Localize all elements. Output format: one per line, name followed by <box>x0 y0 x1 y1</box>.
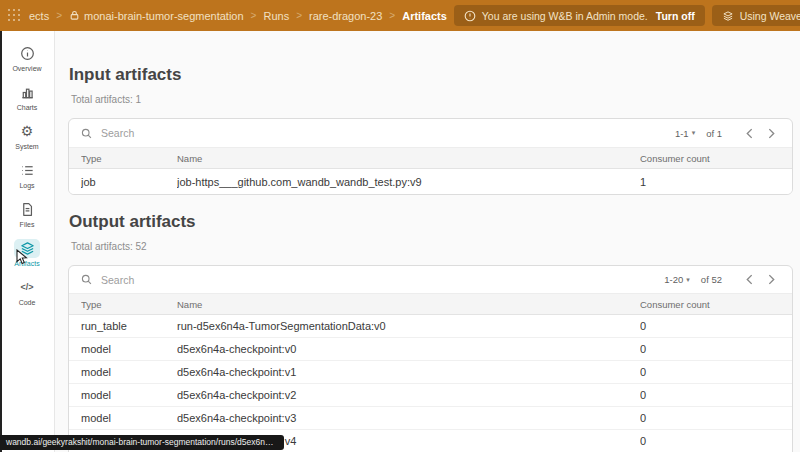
cell-type: model <box>81 389 177 401</box>
sidebar-item-label: Charts <box>17 104 38 111</box>
table-row[interactable]: modeld5ex6n4a-checkpoint:v10 <box>69 361 792 384</box>
column-header-consumer-count[interactable]: Consumer count <box>640 153 792 164</box>
cell-type: model <box>81 366 177 378</box>
breadcrumb-run-name[interactable]: rare-dragon-23 <box>309 10 382 22</box>
cell-consumer-count: 0 <box>640 366 792 378</box>
search-icon <box>81 274 92 285</box>
page-range-dropdown[interactable]: 1-1 ▾ <box>675 128 695 139</box>
list-icon <box>14 161 40 180</box>
cell-name: run-d5ex6n4a-TumorSegmentationData:v0 <box>177 320 640 332</box>
cell-name: d5ex6n4a-checkpoint:v0 <box>177 343 640 355</box>
sidebar-item-files[interactable]: Files <box>3 194 51 233</box>
document-icon <box>14 200 40 219</box>
artifacts-layers-icon <box>14 239 40 258</box>
window-left-edge <box>0 31 2 452</box>
input-artifacts-title: Input artifacts <box>69 64 793 85</box>
breadcrumb: ects > monai-brain-tumor-segmentation > … <box>29 10 447 22</box>
input-table-toolbar: 1-1 ▾ of 1 <box>69 119 792 148</box>
link-preview-statusbar: wandb.ai/geekyrakshit/monai-brain-tumor-… <box>0 435 284 450</box>
cell-consumer-count: 0 <box>640 320 792 332</box>
cell-consumer-count: 1 <box>640 176 792 188</box>
output-table-header: Type Name Consumer count <box>69 294 792 315</box>
cell-name: d5ex6n4a-checkpoint:v1 <box>177 366 640 378</box>
page-total: of 1 <box>706 128 722 139</box>
table-row[interactable]: modeld5ex6n4a-checkpoint:v00 <box>69 338 792 361</box>
admin-mode-banner[interactable]: You are using W&B in Admin mode. Turn of… <box>454 5 705 26</box>
breadcrumb-separator: > <box>389 10 395 21</box>
input-artifacts-total: Total artifacts: 1 <box>71 94 793 105</box>
sidebar-item-label: System <box>15 143 38 150</box>
table-row[interactable]: modeld5ex6n4a-checkpoint:v30 <box>69 407 792 430</box>
prev-page-button[interactable] <box>740 271 758 289</box>
input-artifacts-table-card: 1-1 ▾ of 1 Type Name Consumer count j <box>68 118 793 195</box>
output-table-pagination: 1-20 ▾ of 52 <box>664 271 780 289</box>
breadcrumb-project-label: monai-brain-tumor-segmentation <box>84 10 244 22</box>
output-table-toolbar: 1-20 ▾ of 52 <box>69 266 792 294</box>
output-artifacts-table-card: 1-20 ▾ of 52 Type Name Consumer count <box>68 265 793 452</box>
cell-consumer-count: 0 <box>640 435 792 447</box>
column-header-name[interactable]: Name <box>177 153 640 164</box>
next-page-button[interactable] <box>762 124 780 142</box>
bar-chart-icon <box>14 83 40 102</box>
prev-page-button[interactable] <box>740 124 758 142</box>
sidebar-item-system[interactable]: ⚙ System <box>3 116 51 155</box>
weave-layers-icon <box>722 10 734 22</box>
breadcrumb-project[interactable]: monai-brain-tumor-segmentation <box>69 10 244 22</box>
column-header-consumer-count[interactable]: Consumer count <box>640 299 792 310</box>
cell-consumer-count: 0 <box>640 412 792 424</box>
sidebar-item-label: Artifacts <box>14 260 39 267</box>
breadcrumb-separator: > <box>296 10 302 21</box>
sidebar-item-logs[interactable]: Logs <box>3 155 51 194</box>
input-table-body: jobjob-https___github.com_wandb_wandb_te… <box>69 169 792 194</box>
breadcrumb-separator: > <box>56 10 62 21</box>
sidebar-item-artifacts[interactable]: Artifacts <box>3 233 51 272</box>
page-range-dropdown[interactable]: 1-20 ▾ <box>664 274 690 285</box>
next-page-button[interactable] <box>762 271 780 289</box>
column-header-name[interactable]: Name <box>177 299 640 310</box>
cell-type: model <box>81 343 177 355</box>
input-table-pagination: 1-1 ▾ of 1 <box>675 124 780 142</box>
breadcrumb-artifacts-current[interactable]: Artifacts <box>402 10 447 22</box>
sidebar-item-overview[interactable]: Overview <box>3 38 51 77</box>
weave-banner-message: Using Weave 1.0 <box>740 10 800 22</box>
table-row[interactable]: jobjob-https___github.com_wandb_wandb_te… <box>69 169 792 194</box>
sidebar-item-label: Code <box>19 299 36 306</box>
column-header-type[interactable]: Type <box>81 299 177 310</box>
alert-circle-icon <box>464 10 476 22</box>
page-total: of 52 <box>701 274 722 285</box>
output-table-search-input[interactable] <box>99 273 664 287</box>
sidebar-item-label: Logs <box>19 182 34 189</box>
search-icon <box>81 128 92 139</box>
apps-grid-icon[interactable] <box>8 9 22 23</box>
output-artifacts-total: Total artifacts: 52 <box>71 241 793 252</box>
wandb-run-artifacts-page: ects > monai-brain-tumor-segmentation > … <box>0 0 800 452</box>
code-icon: </> <box>14 278 40 297</box>
gear-icon: ⚙ <box>14 122 40 141</box>
column-header-type[interactable]: Type <box>81 153 177 164</box>
sidebar-item-code[interactable]: </> Code <box>3 272 51 311</box>
cell-name: d5ex6n4a-checkpoint:v2 <box>177 389 640 401</box>
artifacts-content: Input artifacts Total artifacts: 1 1-1 ▾… <box>56 31 800 452</box>
breadcrumb-projects[interactable]: ects <box>29 10 49 22</box>
admin-turn-off-button[interactable]: Turn off <box>656 10 695 22</box>
admin-mode-message: You are using W&B in Admin mode. <box>482 10 648 22</box>
cell-consumer-count: 0 <box>640 343 792 355</box>
table-row[interactable]: run_tablerun-d5ex6n4a-TumorSegmentationD… <box>69 315 792 338</box>
output-artifacts-title: Output artifacts <box>69 211 793 232</box>
cell-type: job <box>81 176 177 188</box>
info-icon <box>14 44 40 63</box>
output-table-body: run_tablerun-d5ex6n4a-TumorSegmentationD… <box>69 315 792 452</box>
sidebar-item-label: Files <box>20 221 35 228</box>
run-sidebar: Overview Charts ⚙ System Logs Files <box>0 31 55 452</box>
lock-icon <box>69 10 80 21</box>
weave-banner[interactable]: Using Weave 1.0 Turn off <box>712 5 800 26</box>
chevron-down-icon: ▾ <box>686 276 690 284</box>
cell-name: d5ex6n4a-checkpoint:v3 <box>177 412 640 424</box>
breadcrumb-separator: > <box>251 10 257 21</box>
sidebar-item-charts[interactable]: Charts <box>3 77 51 116</box>
input-table-search-input[interactable] <box>99 126 675 140</box>
table-row[interactable]: modeld5ex6n4a-checkpoint:v20 <box>69 384 792 407</box>
input-table-header: Type Name Consumer count <box>69 148 792 169</box>
breadcrumb-runs[interactable]: Runs <box>263 10 289 22</box>
cell-name: job-https___github.com_wandb_wandb_test.… <box>177 176 640 188</box>
